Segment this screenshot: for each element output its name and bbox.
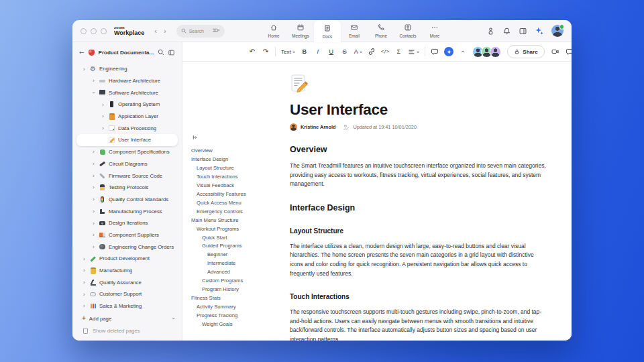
search-input[interactable]: Search ⌘F xyxy=(176,25,225,38)
chevron-right-icon[interactable]: › xyxy=(101,113,105,119)
outline-item-intermediate[interactable]: Intermediate xyxy=(191,259,290,268)
outline-item-guided-programs[interactable]: Guided Programs xyxy=(191,242,290,251)
tab-more[interactable]: More xyxy=(421,20,448,42)
chevron-right-icon[interactable]: › xyxy=(91,78,96,84)
sidebar-item-application-layer[interactable]: ›Application Layer xyxy=(76,111,178,123)
strikethrough-button[interactable]: S xyxy=(341,46,349,57)
chevron-right-icon[interactable]: › xyxy=(91,244,96,250)
chevron-down-icon[interactable]: › xyxy=(91,90,97,95)
sidebar-item-hardware-architecture[interactable]: ›Hardware Architecture xyxy=(76,75,178,87)
font-color-dropdown[interactable]: A xyxy=(354,46,362,57)
outline-item-emergency-controls[interactable]: Emergency Controls xyxy=(191,208,290,217)
sidebar-item-circuit-diagrams[interactable]: ›Circuit Diagrams xyxy=(76,158,178,170)
comment-button[interactable] xyxy=(431,46,439,57)
outline-item-fitness-stats[interactable]: Fitness Stats xyxy=(191,294,290,303)
window-minimize-button[interactable] xyxy=(91,28,97,34)
outline-item-main-menu-structure[interactable]: Main Menu Structure xyxy=(191,217,290,225)
sidebar-item-component-suppliers[interactable]: ›Component Suppliers xyxy=(76,229,178,241)
nav-back-button[interactable]: ‹ xyxy=(151,27,160,35)
chevron-right-icon[interactable]: › xyxy=(91,184,96,190)
chevron-right-icon[interactable]: › xyxy=(91,149,96,155)
outline-item-activity-summary[interactable]: Activity Summary xyxy=(191,303,290,312)
ai-button[interactable] xyxy=(444,47,453,56)
chat-button[interactable] xyxy=(566,46,572,57)
sidebar-item-manufacturing-process[interactable]: ›Manufacturing Process xyxy=(76,205,178,217)
author-avatar[interactable] xyxy=(290,123,297,131)
share-button[interactable]: Share xyxy=(507,45,544,58)
sidebar-item-quality-assurance[interactable]: ›Quality Assurance xyxy=(76,276,178,288)
align-dropdown[interactable] xyxy=(408,46,419,57)
sidebar-item-firmware-source-code[interactable]: ›Firmware Source Code xyxy=(76,170,178,182)
tab-docs[interactable]: Docs xyxy=(314,20,341,42)
back-icon[interactable]: ← xyxy=(79,49,85,56)
chevron-right-icon[interactable]: › xyxy=(101,125,105,131)
tab-email[interactable]: Email xyxy=(341,20,368,42)
outline-item-overview[interactable]: Overview xyxy=(191,147,290,156)
sidebar-item-testing-protocols[interactable]: ›Testing Protocols xyxy=(76,182,178,194)
link-button[interactable] xyxy=(368,46,376,57)
chevron-right-icon[interactable]: › xyxy=(82,292,87,298)
equation-button[interactable]: Σ xyxy=(394,46,402,57)
chevron-right-icon[interactable]: › xyxy=(91,232,96,238)
nav-forward-button[interactable]: › xyxy=(160,27,170,35)
chevron-right-icon[interactable]: › xyxy=(82,280,87,286)
chevron-right-icon[interactable]: › xyxy=(91,208,96,215)
outline-item-progress-tracking[interactable]: Progress Tracking xyxy=(191,312,290,320)
tab-phone[interactable]: Phone xyxy=(368,20,394,42)
chevron-right-icon[interactable]: › xyxy=(91,161,96,167)
ai-companion-icon[interactable] xyxy=(535,26,544,36)
notifications-bell-icon[interactable] xyxy=(502,27,511,36)
side-panel-toggle-icon[interactable] xyxy=(519,27,527,36)
user-avatar[interactable] xyxy=(551,25,564,37)
sidebar-item-software-architecture[interactable]: ›Software Architecture xyxy=(76,86,178,99)
sidebar-item-product-development[interactable]: ›Product Development xyxy=(76,253,178,265)
sidebar-item-operating-system[interactable]: ›Operating System xyxy=(76,99,178,111)
outline-item-program-history[interactable]: Program History xyxy=(191,286,290,294)
outline-item-layout-structure[interactable]: Layout Structure xyxy=(191,164,290,173)
tab-home[interactable]: Home xyxy=(260,20,287,42)
show-deleted-pages-button[interactable]: Show deleted pages xyxy=(76,324,178,337)
sidebar-item-manufacturing[interactable]: ›Manufacturing xyxy=(76,265,178,277)
outline-item-quick-access-menu[interactable]: Quick Access Menu xyxy=(191,199,290,208)
underline-button[interactable]: U xyxy=(327,46,335,57)
chevron-down-icon[interactable] xyxy=(172,315,175,322)
outline-collapse-icon[interactable] xyxy=(191,131,290,143)
text-style-dropdown[interactable]: Text xyxy=(281,46,295,57)
window-zoom-button[interactable] xyxy=(101,28,107,34)
sidebar-search-icon[interactable] xyxy=(158,49,164,56)
tab-contacts[interactable]: Contacts xyxy=(394,20,421,42)
sidebar-item-engineering-change-orders[interactable]: ›Engineering Change Orders xyxy=(76,241,178,253)
chevron-right-icon[interactable]: › xyxy=(82,256,87,262)
sidebar-collapse-icon[interactable] xyxy=(168,49,175,56)
memo-icon[interactable] xyxy=(290,74,546,95)
people-icon[interactable] xyxy=(486,27,495,36)
outline-item-workout-programs[interactable]: Workout Programs xyxy=(191,225,290,234)
chevron-right-icon[interactable]: › xyxy=(82,303,87,309)
outline-item-accessibility-features[interactable]: Accessibility Features xyxy=(191,190,290,199)
sidebar-item-customer-support[interactable]: ›Customer Support xyxy=(76,288,178,300)
collapse-toolbar-button[interactable] xyxy=(459,46,467,57)
outline-item-beginner[interactable]: Beginner xyxy=(191,251,290,259)
chevron-right-icon[interactable]: › xyxy=(82,66,87,72)
redo-button[interactable]: ↷ xyxy=(262,46,270,57)
bold-button[interactable]: B xyxy=(301,46,309,57)
collaborator-avatar[interactable] xyxy=(490,46,501,58)
sidebar-item-component-specifications[interactable]: ›Component Specifications xyxy=(76,146,178,158)
code-button[interactable]: </> xyxy=(381,46,390,57)
tab-meetings[interactable]: Meetings xyxy=(287,20,314,42)
outline-item-interface-design[interactable]: Interface Design xyxy=(191,156,290,164)
italic-button[interactable]: I xyxy=(314,46,322,57)
sidebar-item-design-iterations[interactable]: ›Design Iterations xyxy=(76,217,178,229)
chevron-right-icon[interactable]: › xyxy=(91,173,96,179)
chevron-right-icon[interactable]: › xyxy=(91,221,96,227)
add-page-button[interactable]: Add page xyxy=(76,313,178,325)
outline-item-weight-goals[interactable]: Weight Goals xyxy=(191,320,290,329)
chevron-right-icon[interactable]: › xyxy=(91,196,96,202)
sidebar-item-quality-control-standards[interactable]: ›Quality Control Standards xyxy=(76,194,178,206)
outline-item-advanced[interactable]: Advanced xyxy=(191,268,290,277)
undo-button[interactable]: ↶ xyxy=(248,46,256,57)
sidebar-item-engineering[interactable]: ›Engineering xyxy=(76,63,178,75)
outline-item-touch-interactions[interactable]: Touch Interactions xyxy=(191,173,290,182)
video-button[interactable] xyxy=(551,46,559,57)
sidebar-item-data-processing[interactable]: ›Data Processing xyxy=(76,122,178,134)
